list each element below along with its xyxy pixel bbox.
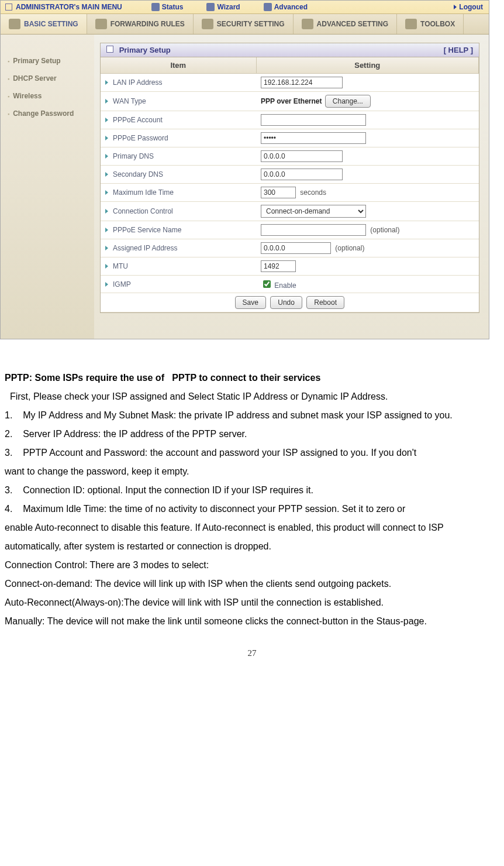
tab-advanced-setting-label: ADVANCED SETTING bbox=[317, 20, 388, 28]
top-wizard-label: Wizard bbox=[217, 3, 240, 11]
select-connection-control[interactable]: Connect-on-demand bbox=[261, 205, 366, 218]
doc-p3: 2. Server IP Address: the IP address of … bbox=[5, 425, 499, 444]
tab-security-label: SECURITY SETTING bbox=[217, 20, 285, 28]
th-setting: Setting bbox=[256, 57, 479, 74]
top-wizard[interactable]: Wizard bbox=[206, 3, 240, 11]
top-logout-label: Logout bbox=[459, 3, 483, 11]
tab-toolbox[interactable]: TOOLBOX bbox=[397, 14, 464, 34]
top-status[interactable]: Status bbox=[151, 3, 184, 11]
doc-p8: enable Auto-reconnect to disable this fe… bbox=[5, 518, 499, 556]
app-title: ADMINISTRATOR's MAIN MENU bbox=[16, 3, 122, 11]
label-lan-ip: LAN IP Address bbox=[113, 78, 163, 87]
bullet-icon bbox=[105, 136, 108, 140]
input-mtu[interactable] bbox=[261, 260, 296, 272]
undo-button[interactable]: Undo bbox=[270, 296, 302, 309]
bullet-icon bbox=[105, 154, 108, 159]
label-service-name: PPPoE Service Name bbox=[113, 226, 181, 234]
document-text: PPTP: Some ISPs require the use of PPTP … bbox=[0, 339, 504, 637]
label-pppoe-account: PPPoE Account bbox=[113, 116, 163, 124]
tab-forwarding-label: FORWARDING RULES bbox=[111, 20, 185, 28]
panel-title-text: Primary Setup bbox=[119, 46, 171, 54]
input-assigned-ip[interactable] bbox=[261, 242, 331, 254]
tab-basic-setting[interactable]: BASIC SETTING bbox=[1, 14, 87, 34]
bullet-icon bbox=[105, 228, 108, 232]
label-pppoe-password: PPPoE Password bbox=[113, 134, 168, 142]
body-layout: Primary Setup DHCP Server Wireless Chang… bbox=[1, 35, 489, 339]
sidebar-item-wireless[interactable]: Wireless bbox=[1, 87, 94, 105]
input-pppoe-password[interactable] bbox=[261, 132, 366, 144]
top-menu-bar: ADMINISTRATOR's MAIN MENU Status Wizard … bbox=[1, 1, 489, 14]
advanced-icon bbox=[264, 3, 272, 11]
save-button[interactable]: Save bbox=[235, 296, 266, 309]
tab-advanced-setting[interactable]: ADVANCED SETTING bbox=[294, 14, 397, 34]
advanced-setting-icon bbox=[302, 19, 313, 29]
router-screenshot: ADMINISTRATOR's MAIN MENU Status Wizard … bbox=[0, 0, 489, 339]
label-max-idle: Maximum Idle Time bbox=[113, 188, 174, 197]
ribbon-tabs: BASIC SETTING FORWARDING RULES SECURITY … bbox=[1, 14, 489, 35]
bullet-icon bbox=[105, 264, 108, 269]
input-service-name[interactable] bbox=[261, 224, 366, 236]
status-icon bbox=[151, 3, 160, 11]
panel-icon bbox=[106, 46, 113, 53]
bullet-icon bbox=[105, 99, 108, 104]
top-status-label: Status bbox=[162, 3, 184, 11]
th-item: Item bbox=[101, 57, 256, 74]
top-advanced-label: Advanced bbox=[274, 3, 308, 11]
panel-header: Primary Setup [ HELP ] bbox=[101, 43, 479, 57]
tab-toolbox-label: TOOLBOX bbox=[420, 20, 455, 28]
suffix-optional-2: (optional) bbox=[335, 244, 364, 252]
checkbox-igmp-enable[interactable] bbox=[263, 280, 271, 288]
bullet-icon bbox=[105, 209, 108, 214]
label-secondary-dns: Secondary DNS bbox=[113, 170, 163, 178]
doc-p1: First, Please check your ISP assigned an… bbox=[5, 387, 499, 406]
label-conn-ctrl: Connection Control bbox=[113, 207, 173, 215]
sidebar-item-dhcp-server[interactable]: DHCP Server bbox=[1, 70, 94, 87]
value-wan-type: PPP over Ethernet bbox=[261, 97, 322, 105]
forwarding-icon bbox=[95, 19, 107, 29]
page-number: 27 bbox=[0, 637, 504, 663]
input-max-idle[interactable] bbox=[261, 187, 296, 198]
doc-p6: 3. Connection ID: optional. Input the co… bbox=[5, 481, 499, 500]
wizard-icon bbox=[206, 3, 215, 11]
top-logout[interactable]: Logout bbox=[454, 3, 483, 11]
reboot-button[interactable]: Reboot bbox=[306, 296, 344, 309]
bullet-icon bbox=[105, 190, 108, 195]
doc-p5: want to change the password, keep it emp… bbox=[5, 462, 499, 481]
help-link[interactable]: [ HELP ] bbox=[444, 46, 473, 54]
primary-setup-panel: Primary Setup [ HELP ] Item Setting LAN … bbox=[100, 43, 479, 313]
bullet-icon bbox=[105, 80, 108, 85]
doc-p2: 1. My IP Address and My Subnet Mask: the… bbox=[5, 406, 499, 425]
doc-p9: Connection Control: There are 3 modes to… bbox=[5, 556, 499, 575]
doc-p11: Auto-Reconnect(Always-on):The device wil… bbox=[5, 593, 499, 612]
input-pppoe-account[interactable] bbox=[261, 114, 366, 126]
sidebar: Primary Setup DHCP Server Wireless Chang… bbox=[1, 35, 94, 339]
sidebar-item-change-password[interactable]: Change Password bbox=[1, 105, 94, 122]
sidebar-item-primary-setup[interactable]: Primary Setup bbox=[1, 52, 94, 70]
input-secondary-dns[interactable] bbox=[261, 169, 343, 180]
basic-setting-icon bbox=[9, 19, 20, 29]
bullet-icon bbox=[105, 172, 108, 177]
top-advanced[interactable]: Advanced bbox=[264, 3, 308, 11]
label-wan-type: WAN Type bbox=[113, 97, 146, 105]
doc-p4: 3. PPTP Account and Password: the accoun… bbox=[5, 444, 499, 462]
settings-table: Item Setting LAN IP Address WAN Type P bbox=[101, 57, 479, 312]
bullet-icon bbox=[105, 246, 108, 250]
chevron-right-icon bbox=[454, 5, 457, 9]
bullet-icon bbox=[105, 282, 108, 287]
label-igmp: IGMP bbox=[113, 280, 131, 288]
tab-basic-setting-label: BASIC SETTING bbox=[24, 20, 78, 28]
change-wan-button[interactable]: Change... bbox=[325, 95, 371, 108]
window-icon bbox=[5, 4, 12, 11]
suffix-optional-1: (optional) bbox=[370, 226, 399, 234]
input-lan-ip[interactable] bbox=[261, 77, 343, 88]
tab-forwarding-rules[interactable]: FORWARDING RULES bbox=[87, 14, 194, 34]
tab-security-setting[interactable]: SECURITY SETTING bbox=[194, 14, 294, 34]
checkbox-igmp-label: Enable bbox=[274, 281, 296, 290]
security-icon bbox=[202, 19, 213, 29]
doc-heading: PPTP: Some ISPs require the use of PPTP … bbox=[5, 369, 499, 387]
doc-p7: 4. Maximum Idle Time: the time of no act… bbox=[5, 500, 499, 518]
doc-p12: Manually: The device will not make the l… bbox=[5, 612, 499, 631]
label-assigned-ip: Assigned IP Address bbox=[113, 244, 178, 252]
suffix-seconds: seconds bbox=[300, 188, 326, 197]
input-primary-dns[interactable] bbox=[261, 150, 343, 162]
